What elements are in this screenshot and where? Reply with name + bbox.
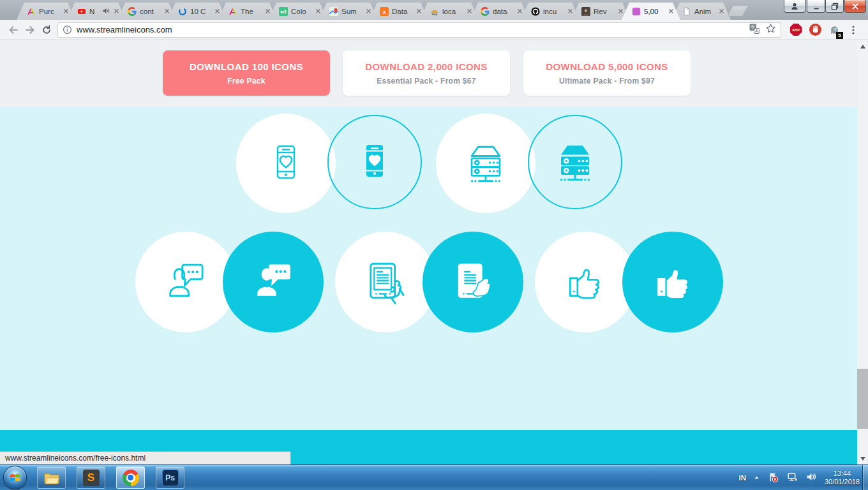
restore-icon [830, 1, 840, 11]
back-button[interactable] [5, 22, 22, 38]
browser-toolbar: www.streamlineicons.com A ABP [0, 20, 868, 40]
user-chat-outline-icon [161, 256, 210, 308]
tab-title: N [89, 8, 101, 15]
scroll-up-arrow[interactable] [857, 41, 868, 51]
tab-review[interactable]: Rev [571, 3, 630, 20]
action-center-flag-icon[interactable] [767, 471, 779, 486]
volume-icon[interactable] [805, 471, 818, 486]
new-tab-button[interactable] [728, 6, 748, 16]
server-rack-outline-icon [461, 138, 510, 189]
tab-title: cont [140, 8, 161, 15]
tab-close-icon[interactable] [62, 8, 70, 15]
tab-purchase[interactable]: Purc [17, 3, 75, 20]
tab-close-icon[interactable] [717, 8, 725, 15]
tab-xampp-data[interactable]: Data [370, 3, 428, 20]
adblock-plus-icon[interactable]: ABP [789, 23, 803, 37]
tab-google-search-1[interactable]: cont [117, 3, 176, 20]
user-chat-solid-icon [249, 256, 297, 308]
language-indicator[interactable]: IN [738, 474, 746, 482]
taskbar-chrome-button[interactable] [116, 466, 145, 489]
tab-title: loca [442, 8, 463, 15]
menu-dots-icon[interactable] [846, 23, 860, 37]
show-hidden-icons-button[interactable] [753, 472, 760, 484]
circle-chat-outline [135, 232, 236, 332]
tab-phpmyadmin[interactable]: loca [420, 3, 479, 20]
tab-w3schools[interactable]: Colo [269, 3, 327, 20]
tab-close-icon[interactable] [213, 8, 221, 15]
address-bar[interactable]: www.streamlineicons.com A [57, 22, 781, 38]
blue-ring-favicon [177, 6, 187, 16]
tab-close-icon[interactable] [566, 8, 574, 15]
tab-title: Purc [39, 8, 60, 15]
clock-time: 13:44 [825, 470, 860, 478]
taskbar-clock[interactable]: 13:44 30/01/2018 [825, 470, 860, 486]
start-button[interactable] [3, 466, 27, 489]
xampp-favicon [379, 6, 389, 16]
prism-logo-favicon [26, 6, 36, 16]
photoshop-icon: Ps [162, 470, 179, 486]
button-subtitle: Free Pack [163, 77, 330, 85]
show-desktop-button[interactable] [862, 465, 868, 490]
tab-title: 5,00 [644, 8, 665, 15]
document-favicon [682, 6, 691, 16]
avatar-favicon [581, 6, 590, 16]
tab-close-icon[interactable] [667, 8, 675, 15]
tab-streamline-active[interactable]: 5,00 [622, 3, 680, 20]
tab-maps[interactable]: Sum [319, 3, 378, 20]
page-content: DOWNLOAD 100 ICONS Free Pack DOWNLOAD 2,… [0, 40, 857, 464]
forward-button[interactable] [22, 22, 38, 38]
vertical-scrollbar[interactable] [857, 40, 868, 464]
tab-title: 10 C [190, 8, 211, 15]
taskbar-photoshop-button[interactable]: Ps [156, 466, 184, 489]
tab-github[interactable]: incu [521, 3, 580, 20]
tab-close-icon[interactable] [516, 8, 523, 15]
download-100-icons-button[interactable]: DOWNLOAD 100 ICONS Free Pack [163, 50, 330, 96]
tab-the[interactable]: The [218, 3, 277, 20]
profile-button[interactable] [784, 0, 805, 13]
tab-close-icon[interactable] [264, 8, 271, 15]
taskbar-explorer-button[interactable] [37, 466, 66, 489]
download-2000-icons-button[interactable]: DOWNLOAD 2,000 ICONS Essential Pack - Fr… [343, 50, 510, 96]
page-info-icon[interactable] [63, 25, 72, 34]
ghostery-icon[interactable]: 5 [827, 23, 841, 37]
network-icon[interactable] [786, 471, 798, 486]
tab-animation[interactable]: Anim [672, 3, 731, 20]
tab-close-icon[interactable] [163, 8, 170, 15]
tab-close-icon[interactable] [364, 8, 372, 15]
minimize-icon [811, 1, 821, 11]
scrollbar-thumb[interactable] [857, 369, 868, 429]
tab-close-icon[interactable] [314, 8, 322, 15]
reload-button[interactable] [38, 22, 55, 38]
status-url-text: www.streamlineicons.com/free-icons.html [5, 454, 146, 463]
smartphone-heart-outline-icon [266, 142, 306, 185]
thumbs-up-solid-icon [649, 257, 696, 307]
restore-button[interactable] [825, 0, 844, 13]
tab-close-icon[interactable] [617, 8, 624, 15]
tab-ten-c[interactable]: 10 C [168, 3, 227, 20]
button-title: DOWNLOAD 2,000 ICONS [343, 61, 510, 72]
hand-blocker-icon[interactable] [808, 23, 822, 37]
google-favicon [127, 6, 137, 16]
tab-title: Anim [694, 8, 715, 15]
button-subtitle: Ultimate Pack - From $97 [523, 77, 691, 85]
bookmark-star-icon[interactable] [765, 23, 776, 36]
tab-close-icon[interactable] [112, 8, 120, 15]
tab-close-icon[interactable] [465, 8, 473, 15]
system-tray: IN [738, 465, 860, 490]
translate-icon[interactable]: A [749, 24, 760, 36]
tab-youtube[interactable]: N [67, 3, 126, 20]
tab-audio-icon[interactable] [102, 7, 110, 16]
close-button[interactable] [844, 0, 866, 13]
tab-google-search-2[interactable]: data [470, 3, 529, 20]
taskbar-sublime-button[interactable]: S [77, 466, 105, 489]
tab-close-icon[interactable] [415, 8, 423, 15]
circle-tablet-outline [335, 232, 436, 332]
server-rack-solid-icon [551, 137, 599, 188]
windows-logo-icon [9, 471, 22, 484]
download-5000-icons-button[interactable]: DOWNLOAD 5,000 ICONS Ultimate Pack - Fro… [523, 50, 691, 96]
minimize-button[interactable] [807, 0, 825, 13]
button-title: DOWNLOAD 5,000 ICONS [523, 61, 691, 72]
hand-tablet-solid-icon [448, 256, 498, 308]
tab-title: incu [543, 8, 564, 15]
scroll-down-arrow[interactable] [857, 454, 868, 463]
